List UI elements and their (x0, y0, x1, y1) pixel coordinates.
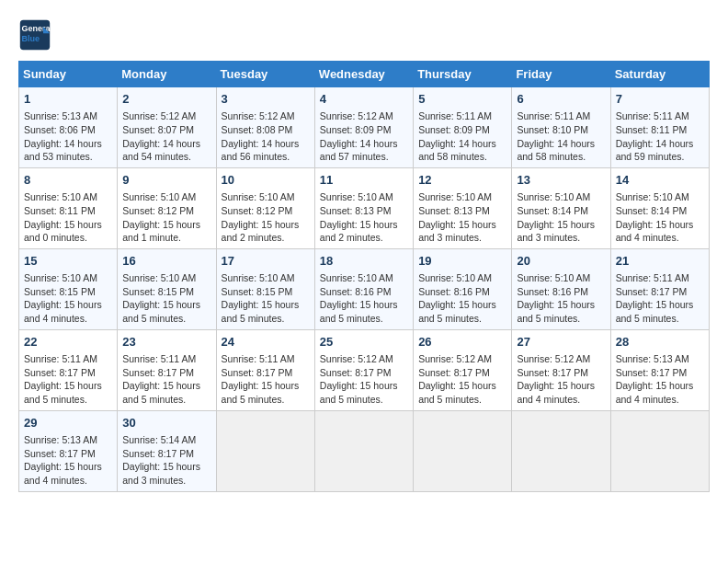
sunset-text: Sunset: 8:17 PM (320, 366, 408, 380)
day-number: 2 (122, 91, 210, 108)
sunset-text: Sunset: 8:12 PM (222, 204, 310, 218)
daylight-text: Daylight: 15 hours and 5 minutes. (24, 379, 112, 406)
sunrise-text: Sunrise: 5:11 AM (122, 352, 210, 366)
daylight-text: Daylight: 15 hours and 4 minutes. (24, 460, 112, 487)
calendar-cell: 18Sunrise: 5:10 AMSunset: 8:16 PMDayligh… (314, 248, 413, 329)
daylight-text: Daylight: 15 hours and 5 minutes. (616, 298, 704, 325)
calendar-cell: 16Sunrise: 5:10 AMSunset: 8:15 PMDayligh… (118, 248, 216, 329)
calendar-cell: 17Sunrise: 5:10 AMSunset: 8:15 PMDayligh… (216, 248, 314, 329)
calendar-cell: 22Sunrise: 5:11 AMSunset: 8:17 PMDayligh… (19, 329, 118, 410)
day-number: 4 (320, 91, 408, 108)
calendar-cell (414, 410, 512, 491)
sunrise-text: Sunrise: 5:12 AM (320, 109, 408, 123)
day-number: 28 (616, 334, 704, 350)
day-number: 7 (616, 91, 704, 108)
sunrise-text: Sunrise: 5:13 AM (616, 352, 704, 366)
day-number: 17 (222, 253, 310, 270)
day-number: 15 (24, 253, 112, 270)
sunrise-text: Sunrise: 5:12 AM (320, 352, 408, 366)
daylight-text: Daylight: 15 hours and 5 minutes. (122, 298, 210, 325)
daylight-text: Daylight: 15 hours and 5 minutes. (222, 298, 310, 325)
calendar-cell: 24Sunrise: 5:11 AMSunset: 8:17 PMDayligh… (216, 329, 314, 410)
day-number: 30 (122, 415, 210, 431)
daylight-text: Daylight: 14 hours and 58 minutes. (418, 137, 506, 164)
calendar-cell: 2Sunrise: 5:12 AMSunset: 8:07 PMDaylight… (118, 87, 216, 168)
sunset-text: Sunset: 8:11 PM (616, 123, 704, 137)
sunrise-text: Sunrise: 5:10 AM (616, 190, 704, 204)
sunset-text: Sunset: 8:07 PM (122, 123, 210, 137)
daylight-text: Daylight: 15 hours and 5 minutes. (320, 298, 408, 325)
daylight-text: Daylight: 14 hours and 53 minutes. (24, 137, 112, 164)
calendar-cell: 10Sunrise: 5:10 AMSunset: 8:12 PMDayligh… (216, 167, 314, 248)
calendar-cell: 5Sunrise: 5:11 AMSunset: 8:09 PMDaylight… (414, 87, 512, 168)
sunset-text: Sunset: 8:16 PM (320, 285, 408, 299)
calendar-cell: 28Sunrise: 5:13 AMSunset: 8:17 PMDayligh… (610, 329, 709, 410)
sunset-text: Sunset: 8:12 PM (122, 204, 210, 218)
sunset-text: Sunset: 8:13 PM (418, 204, 506, 218)
calendar-cell: 25Sunrise: 5:12 AMSunset: 8:17 PMDayligh… (314, 329, 413, 410)
sunrise-text: Sunrise: 5:10 AM (222, 271, 310, 285)
sunrise-text: Sunrise: 5:12 AM (122, 109, 210, 123)
header-sunday: Sunday (19, 62, 118, 87)
sunset-text: Sunset: 8:17 PM (517, 366, 605, 380)
day-number: 8 (24, 172, 112, 189)
calendar-cell: 14Sunrise: 5:10 AMSunset: 8:14 PMDayligh… (610, 167, 709, 248)
header-friday: Friday (512, 62, 610, 87)
header: General Blue (18, 18, 710, 52)
day-number: 9 (122, 172, 210, 189)
daylight-text: Daylight: 15 hours and 4 minutes. (616, 218, 704, 245)
sunset-text: Sunset: 8:11 PM (24, 204, 112, 218)
calendar-header-row: SundayMondayTuesdayWednesdayThursdayFrid… (19, 62, 710, 87)
day-number: 29 (24, 415, 112, 431)
sunset-text: Sunset: 8:16 PM (418, 285, 506, 299)
day-number: 22 (24, 334, 112, 350)
sunset-text: Sunset: 8:17 PM (24, 447, 112, 461)
calendar-cell (314, 410, 413, 491)
calendar-cell: 15Sunrise: 5:10 AMSunset: 8:15 PMDayligh… (19, 248, 118, 329)
sunset-text: Sunset: 8:17 PM (616, 366, 704, 380)
calendar-cell (512, 410, 610, 491)
day-number: 26 (418, 334, 506, 350)
daylight-text: Daylight: 15 hours and 2 minutes. (320, 218, 408, 245)
calendar-cell (216, 410, 314, 491)
day-number: 3 (222, 91, 310, 108)
calendar-cell: 13Sunrise: 5:10 AMSunset: 8:14 PMDayligh… (512, 167, 610, 248)
svg-text:Blue: Blue (22, 34, 40, 43)
header-thursday: Thursday (414, 62, 512, 87)
day-number: 25 (320, 334, 408, 350)
day-number: 5 (418, 91, 506, 108)
calendar-cell (610, 410, 709, 491)
sunset-text: Sunset: 8:09 PM (320, 123, 408, 137)
daylight-text: Daylight: 14 hours and 54 minutes. (122, 137, 210, 164)
day-number: 19 (418, 253, 506, 270)
daylight-text: Daylight: 15 hours and 4 minutes. (517, 379, 605, 406)
sunrise-text: Sunrise: 5:11 AM (616, 271, 704, 285)
daylight-text: Daylight: 15 hours and 4 minutes. (616, 379, 704, 406)
sunset-text: Sunset: 8:14 PM (517, 204, 605, 218)
daylight-text: Daylight: 15 hours and 2 minutes. (222, 218, 310, 245)
daylight-text: Daylight: 15 hours and 5 minutes. (517, 298, 605, 325)
daylight-text: Daylight: 15 hours and 5 minutes. (418, 298, 506, 325)
week-row-5: 29Sunrise: 5:13 AMSunset: 8:17 PMDayligh… (19, 410, 710, 491)
sunset-text: Sunset: 8:09 PM (418, 123, 506, 137)
daylight-text: Daylight: 15 hours and 3 minutes. (122, 460, 210, 487)
sunrise-text: Sunrise: 5:10 AM (320, 271, 408, 285)
daylight-text: Daylight: 15 hours and 5 minutes. (320, 379, 408, 406)
daylight-text: Daylight: 15 hours and 3 minutes. (517, 218, 605, 245)
week-row-1: 1Sunrise: 5:13 AMSunset: 8:06 PMDaylight… (19, 87, 710, 168)
sunset-text: Sunset: 8:17 PM (418, 366, 506, 380)
calendar-cell: 1Sunrise: 5:13 AMSunset: 8:06 PMDaylight… (19, 87, 118, 168)
daylight-text: Daylight: 14 hours and 57 minutes. (320, 137, 408, 164)
calendar-table: SundayMondayTuesdayWednesdayThursdayFrid… (18, 61, 710, 492)
daylight-text: Daylight: 15 hours and 3 minutes. (418, 218, 506, 245)
calendar-cell: 20Sunrise: 5:10 AMSunset: 8:16 PMDayligh… (512, 248, 610, 329)
daylight-text: Daylight: 15 hours and 4 minutes. (24, 298, 112, 325)
daylight-text: Daylight: 15 hours and 5 minutes. (222, 379, 310, 406)
calendar-cell: 27Sunrise: 5:12 AMSunset: 8:17 PMDayligh… (512, 329, 610, 410)
sunrise-text: Sunrise: 5:12 AM (517, 352, 605, 366)
day-number: 13 (517, 172, 605, 189)
sunrise-text: Sunrise: 5:10 AM (122, 271, 210, 285)
sunrise-text: Sunrise: 5:14 AM (122, 433, 210, 447)
sunrise-text: Sunrise: 5:11 AM (418, 109, 506, 123)
daylight-text: Daylight: 15 hours and 0 minutes. (24, 218, 112, 245)
